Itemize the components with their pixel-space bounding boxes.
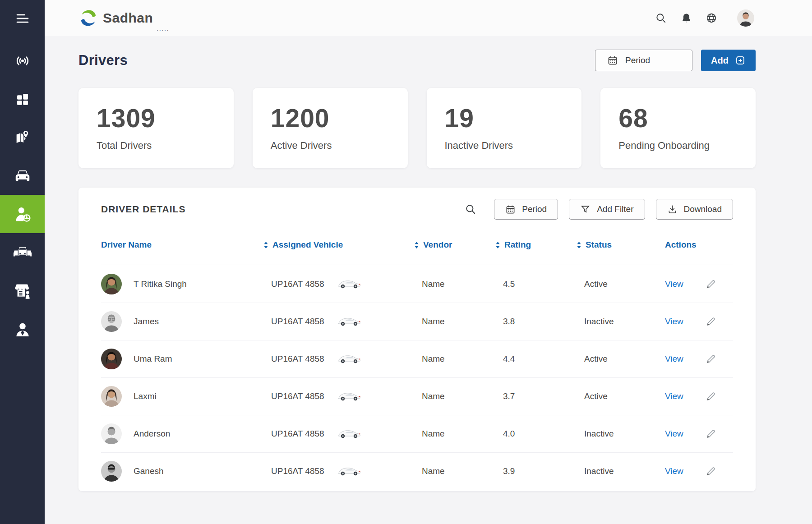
stat-card-active-drivers: 1200 Active Drivers [253,88,408,168]
driver-status: Active [577,391,665,401]
vendor-name: Name [414,279,495,289]
driver-avatar [101,349,122,369]
view-link[interactable]: View [665,354,683,364]
column-vendor[interactable]: Vendor [414,240,495,250]
driver-name: T Ritika Singh [134,279,187,289]
table-row: Ganesh UP16AT 4858 Name 3.9 Inactive Vie… [101,452,733,490]
fleet-icon [13,245,32,260]
hamburger-icon [15,13,30,24]
add-button-label: Add [711,55,729,66]
driver-status: Inactive [577,317,665,326]
driver-avatar [101,311,122,332]
menu-toggle-button[interactable] [14,12,31,25]
driver-rating: 3.8 [495,317,577,326]
driver-name: Ganesh [134,466,164,476]
calendar-icon [505,204,516,215]
column-rating[interactable]: Rating [495,240,577,250]
table-row: Anderson UP16AT 4858 Name 4.0 Inactive V… [101,415,733,452]
profile-avatar-image [737,9,754,27]
sidebar-nav [0,41,45,348]
driver-name: James [134,317,159,326]
sidebar-item-vehicles[interactable] [0,156,45,195]
edit-pencil-icon[interactable] [705,353,717,365]
stat-label: Total Drivers [97,140,234,152]
globe-icon [706,12,717,24]
profile-avatar[interactable] [737,9,754,27]
edit-pencil-icon[interactable] [705,391,717,402]
driver-name: Uma Ram [134,354,172,364]
sedan-car-image [336,428,362,440]
brand-name: Sadhan [103,10,153,26]
download-icon [667,204,678,215]
stat-label: Active Drivers [271,140,408,152]
stat-value: 19 [445,103,582,133]
vendor-name: Name [414,429,495,439]
period-button[interactable]: Period [595,50,692,71]
stat-label: Inactive Drivers [445,140,582,152]
edit-pencil-icon[interactable] [705,465,717,477]
add-filter-button[interactable]: Add Filter [569,199,645,220]
plus-square-icon [735,55,746,66]
column-label: Assigned Vehicle [272,240,343,250]
view-link[interactable]: View [665,317,683,326]
table-search-button[interactable] [464,203,477,216]
driver-status: Active [577,279,665,289]
sort-icon [263,241,268,249]
driver-steering-icon [14,206,32,222]
driver-avatar [101,274,122,294]
view-link[interactable]: View [665,279,683,289]
vehicle-number: UP16AT 4858 [271,429,324,439]
sidebar [0,0,45,524]
view-link[interactable]: View [665,391,683,401]
broadcast-icon [14,54,31,68]
sidebar-item-trips-map[interactable] [0,118,45,156]
download-label: Download [684,204,722,214]
sidebar-item-vendors[interactable] [0,271,45,310]
sadhan-logo-icon [78,8,98,28]
vendor-name: Name [414,317,495,326]
driver-status: Inactive [577,429,665,439]
sort-icon [414,241,419,249]
column-status[interactable]: Status [577,240,665,250]
search-button[interactable] [655,12,667,24]
sedan-car-image [336,316,362,327]
edit-pencil-icon[interactable] [705,316,717,327]
sidebar-item-users[interactable] [0,310,45,348]
table-row: T Ritika Singh UP16AT 4858 Name 4.5 Acti… [101,265,733,303]
sidebar-item-drivers[interactable] [0,195,45,233]
vendor-name: Name [414,466,495,476]
sedan-car-image [336,391,362,402]
column-assigned-vehicle[interactable]: Assigned Vehicle [263,240,414,250]
column-driver-name: Driver Name [101,240,263,250]
view-link[interactable]: View [665,429,683,439]
edit-pencil-icon[interactable] [705,428,717,440]
driver-name: Laxmi [134,391,157,401]
column-label: Status [586,240,612,250]
brand-tagline-dots: ..... [157,25,169,32]
edit-pencil-icon[interactable] [705,278,717,290]
stat-value: 1309 [97,103,234,133]
table-period-button[interactable]: Period [494,199,558,220]
driver-avatar [101,386,122,407]
main-content: Drivers Period Add [45,36,812,524]
driver-rating: 4.4 [495,354,577,364]
vendor-name: Name [414,354,495,364]
sidebar-item-dashboard[interactable] [0,80,45,118]
sidebar-item-live-tracking[interactable] [0,41,45,80]
view-link[interactable]: View [665,466,683,476]
car-icon [14,168,31,183]
column-label: Rating [504,240,531,250]
map-pin-icon [14,129,31,146]
filter-funnel-icon [580,204,591,215]
table-row: James UP16AT 4858 Name 3.8 Inactive View [101,303,733,340]
language-button[interactable] [706,12,717,24]
sidebar-item-fleet[interactable] [0,233,45,271]
table-row: Laxmi UP16AT 4858 Name 3.7 Active View [101,377,733,415]
add-button[interactable]: Add [701,50,756,71]
driver-avatar [101,423,122,444]
download-button[interactable]: Download [656,199,734,220]
notifications-button[interactable] [680,12,692,24]
driver-name: Anderson [134,429,170,439]
vehicle-number: UP16AT 4858 [271,279,324,289]
driver-rating: 3.9 [495,466,577,476]
